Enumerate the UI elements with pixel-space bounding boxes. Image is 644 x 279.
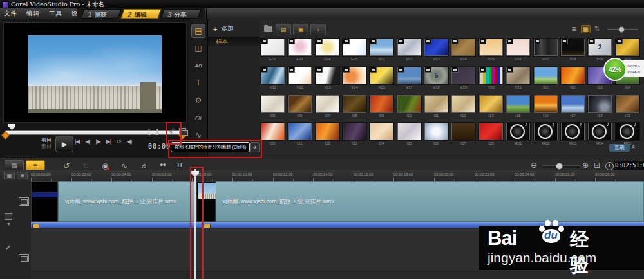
play-button[interactable]: ▶ [55,136,73,152]
library-thumb-I06[interactable] [288,95,312,113]
media-library-icon[interactable]: ▤ [191,24,205,38]
library-thumb-I01[interactable] [534,67,558,84]
library-thumb-I10[interactable] [397,95,421,113]
library-thumb-V03[interactable] [424,39,448,56]
library-thumb-V17[interactable] [397,67,421,84]
step-tab-2[interactable]: 2编辑 [121,8,161,19]
library-thumb-I09[interactable] [370,95,393,113]
library-thumb-V08[interactable] [561,39,585,56]
zoom-in-icon[interactable]: ⊕ [582,161,589,170]
overlay-track-icon[interactable] [19,254,29,262]
library-thumb-V10[interactable] [616,39,639,56]
go-end-button[interactable]: ▶| [106,138,111,145]
undo-button[interactable]: ↺ [63,161,70,170]
timeline-playhead-line[interactable] [194,169,196,279]
video-track-icon[interactable] [19,197,29,206]
library-thumb-I24[interactable] [370,123,393,140]
graphic-icon[interactable]: ⚙ [191,93,205,107]
library-thumb-V05[interactable] [479,39,503,56]
memory-usage-ball[interactable]: 42% [603,58,627,81]
menu-edit[interactable]: 编辑 [26,10,40,18]
sort-button[interactable]: ⇅ [594,25,600,32]
menu-file[interactable]: 文件 [4,10,17,18]
media-filter-audio[interactable]: ♪ [310,24,326,35]
mode-clip-label[interactable]: 素材 [30,143,52,150]
library-thumb-V01[interactable] [370,39,393,56]
path-icon[interactable]: ∿ [191,128,205,142]
title-template-icon[interactable]: AB [191,59,205,73]
thumbnail-size-handle[interactable] [618,26,625,33]
library-thumb-V11[interactable] [261,67,285,84]
library-thumb-V13[interactable] [316,67,339,84]
timeline-clip-2[interactable]: vj师网_www.vjshi.com_航拍 工业 宣传片.wmv [196,181,644,222]
library-thumb-I18[interactable] [588,95,612,113]
mark-in-button[interactable]: [ [148,127,151,135]
list-view-button[interactable]: ≣ [569,25,579,33]
library-thumb-V04[interactable] [451,39,475,56]
library-thumb-V07[interactable] [534,39,558,56]
library-thumb-M01[interactable] [506,123,530,140]
library-thumb-I16[interactable] [534,95,558,113]
enlarge-preview-icon[interactable] [179,128,186,134]
library-thumb-M02[interactable] [534,123,558,140]
library-thumb-I05[interactable] [261,95,285,113]
title-track[interactable] [31,271,644,279]
library-thumb-I17[interactable] [561,95,585,113]
timeline-zoom-handle[interactable] [556,163,563,170]
library-thumb-I28[interactable] [479,123,503,140]
track-manager-button[interactable]: ●● [160,161,166,168]
library-thumb-M04[interactable] [588,123,612,140]
pencil-rail-icon[interactable] [6,245,11,250]
library-thumb-I21[interactable] [288,123,312,140]
options-button[interactable]: 选项 [609,144,630,152]
library-thumb-I08[interactable] [343,95,366,113]
library-thumb-V19[interactable] [451,67,475,84]
library-thumb-I15[interactable] [506,95,530,113]
library-thumb-I27[interactable] [451,123,475,140]
scene-rail-icon[interactable] [5,213,12,220]
grid-view-button[interactable]: ▦ [581,25,591,33]
timeline-clip-1[interactable]: vj师网_www.vjshi.com_航拍 工业 宣传片.wmv [31,181,195,222]
library-thumb-V15[interactable] [370,67,393,84]
media-filter-photo[interactable]: ▣ [293,24,308,35]
library-thumb-I12[interactable] [451,95,475,113]
filter-icon[interactable]: FX [191,111,205,125]
library-thumb-F02[interactable] [261,39,285,56]
library-thumb-I25[interactable] [397,123,421,140]
sound-mixer-button[interactable]: ∿ [121,161,128,170]
instant-project-button[interactable]: ◉ [102,161,108,170]
library-thumb-V14[interactable] [343,67,366,84]
library-thumb-I07[interactable] [316,95,339,113]
library-thumb-V06[interactable] [506,39,530,56]
library-thumb-I13[interactable] [479,95,503,113]
repeat-button[interactable]: ↺ [117,138,121,145]
add-folder-button[interactable]: + 添加 [213,24,233,33]
timeline-ruler[interactable]: ▦ ≣ 00:00:00:0000:00:02:0000:00:04:0000:… [0,170,644,182]
scrubber-playhead[interactable] [8,124,15,130]
auto-music-button[interactable]: ♬ [140,161,148,170]
library-thumb-F05[interactable] [343,39,366,56]
fit-project-icon[interactable]: ⊡ [594,161,600,170]
library-thumb-F03[interactable] [288,39,312,56]
zoom-out-icon[interactable]: ⊖ [531,161,537,170]
library-thumb-I26[interactable] [424,123,448,140]
library-thumb-V12[interactable] [288,67,312,84]
library-thumb-I11[interactable] [424,95,448,113]
library-thumb-I19[interactable] [616,95,639,113]
gallery-item-sample[interactable]: 样本 [208,37,260,46]
mode-project-label[interactable]: 项目 [30,137,52,143]
library-thumb-V18[interactable]: 5 [424,67,448,84]
library-thumb-V02[interactable] [397,39,421,56]
go-start-button[interactable]: |◀ [75,138,79,145]
media-filter-video[interactable]: ▤ [276,24,291,35]
library-thumb-I20[interactable] [261,123,285,140]
prev-frame-button[interactable]: ◀| [85,138,90,145]
mark-out-button[interactable]: ] [156,127,158,135]
next-frame-button[interactable]: |▶ [96,138,100,145]
subtitle-button[interactable]: TT [176,161,182,168]
library-thumb-V21[interactable] [506,67,530,84]
step-tab-1[interactable]: 1捕获 [81,8,121,19]
library-thumb-I23[interactable] [343,123,366,140]
volume-button[interactable]: ◀) [127,138,132,145]
library-thumb-V09[interactable]: 2 [588,39,612,56]
